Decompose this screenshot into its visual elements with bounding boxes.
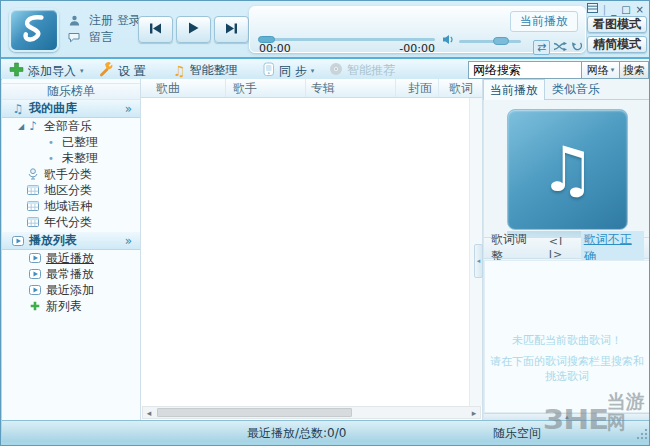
playback-info-panel: 当前播放 00:00 -00:00 ⇄	[249, 6, 586, 53]
expander-icon[interactable]: ◢	[16, 122, 26, 131]
wrench-icon	[99, 62, 114, 80]
window-menu-icon[interactable]	[587, 3, 598, 16]
search-input[interactable]	[468, 61, 582, 79]
play-mode-controls: ⇄	[533, 40, 583, 55]
close-button[interactable]: ×	[636, 4, 644, 16]
scroll-left-icon[interactable]: ◂	[143, 408, 155, 418]
lyrics-adjust-controls[interactable]: <I I>	[549, 235, 581, 261]
message-link[interactable]: 留言	[89, 29, 113, 46]
current-playing-button[interactable]: 当前播放	[510, 11, 578, 32]
sidebar-item-new-list[interactable]: 新列表	[2, 298, 140, 314]
sidebar-item-most-played[interactable]: 最常播放	[2, 266, 140, 282]
column-lyrics[interactable]: 歌词	[439, 79, 482, 97]
playlists-label: 播放列表	[29, 232, 77, 249]
recently-played-label: 最近播放	[46, 250, 94, 267]
sidebar-item-my-library[interactable]: ♫ 我的曲库 »	[2, 100, 140, 118]
main-toolbar: 添加导入 ▾ 设 置 ♫ 智能整理 同 步 ▾ 智能推荐	[1, 57, 649, 80]
play-button[interactable]	[176, 16, 211, 43]
maximize-button[interactable]: □	[621, 4, 630, 16]
app-logo[interactable]	[9, 8, 59, 52]
collapse-left-icon: ◂	[477, 257, 481, 265]
sync-label: 同 步	[279, 63, 307, 80]
smart-organize-button[interactable]: ♫ 智能整理	[173, 62, 238, 79]
sidebar-item-playlists[interactable]: 播放列表 »	[2, 232, 140, 250]
shuffle-mode-button[interactable]	[554, 41, 567, 55]
smart-organize-label: 智能整理	[190, 62, 238, 79]
playlist-icon	[28, 285, 42, 295]
add-import-label: 添加导入	[28, 63, 76, 80]
sidebar-item-region-category[interactable]: 地区分类	[2, 182, 140, 198]
device-icon	[263, 62, 275, 80]
smart-recommend-label: 智能推荐	[347, 62, 395, 79]
sidebar-item-artist-category[interactable]: 歌手分类	[2, 166, 140, 182]
panel-collapse-handle[interactable]: ◂	[474, 244, 483, 278]
sidebar-item-recently-added[interactable]: 最近添加	[2, 282, 140, 298]
add-import-button[interactable]: 添加导入 ▾	[9, 62, 84, 80]
search-scope-dropdown[interactable]: 网络 ▾	[582, 61, 620, 79]
language-category-label: 地域语种	[44, 198, 92, 215]
loop-mode-button[interactable]	[571, 41, 583, 55]
volume-handle[interactable]	[493, 37, 509, 45]
minimize-button[interactable]: _	[611, 4, 616, 16]
tab-now-playing[interactable]: 当前播放	[483, 79, 545, 100]
volume-slider[interactable]	[459, 40, 521, 43]
music-notes-icon: ♫	[173, 63, 186, 79]
table-header: 歌曲 歌手 专辑 封面 歌词	[141, 79, 482, 98]
artist-icon	[26, 168, 40, 180]
sidebar-item-era-category[interactable]: 年代分类	[2, 214, 140, 230]
lyrics-adjust-bar: 歌词调整 <I I> 歌词不正确	[484, 237, 650, 259]
next-icon	[225, 23, 238, 37]
volume-icon[interactable]	[442, 34, 455, 48]
scroll-right-icon[interactable]: ▸	[468, 408, 480, 418]
sidebar-item-language-category[interactable]: 地域语种	[2, 198, 140, 214]
sidebar-item-recently-played[interactable]: 最近播放	[2, 250, 140, 266]
library-label: 我的曲库	[29, 100, 77, 117]
column-artist[interactable]: 歌手	[226, 79, 306, 97]
picture-mode-button[interactable]: 看图模式	[587, 16, 647, 33]
suile-space-link[interactable]: 随乐空间	[493, 425, 541, 442]
sync-button[interactable]: 同 步 ▾	[263, 62, 314, 80]
sidebar-item-all-music[interactable]: ◢ ♪ 全部音乐	[2, 118, 140, 134]
lyrics-splitter[interactable]: ▴	[484, 413, 650, 420]
next-button[interactable]	[214, 16, 249, 43]
all-music-label: 全部音乐	[44, 118, 92, 135]
recent-total-status: 最近播放/总数:0/0	[247, 425, 346, 442]
register-link[interactable]: 注册	[89, 12, 113, 29]
sidebar-item-organized[interactable]: • 已整理	[2, 134, 140, 150]
album-note-icon: ♫	[540, 139, 596, 201]
resize-grip[interactable]	[636, 428, 648, 440]
status-bar: 最近播放/总数:0/0 随乐空间	[2, 420, 650, 442]
column-song[interactable]: 歌曲	[141, 79, 226, 97]
user-icon	[67, 15, 81, 26]
album-art: ♫	[507, 109, 628, 230]
compact-mode-button[interactable]: 精简模式	[587, 36, 647, 53]
transport-controls	[138, 16, 249, 43]
app-window: 注册 登录 留言 当前播放	[0, 0, 650, 446]
scrollbar-thumb[interactable]	[157, 408, 352, 417]
settings-label: 设 置	[118, 63, 146, 80]
tab-similar-music[interactable]: 类似音乐	[545, 80, 607, 100]
settings-button[interactable]: 设 置	[99, 62, 146, 80]
sidebar-item-unorganized[interactable]: • 未整理	[2, 150, 140, 166]
playlist-icon	[28, 253, 42, 263]
grid-icon	[26, 201, 40, 211]
column-album[interactable]: 专辑	[306, 79, 396, 97]
grid-icon	[26, 185, 40, 195]
splitter-up-icon: ▴	[565, 415, 569, 420]
music-note-icon: ♪	[26, 119, 40, 133]
progress-slider[interactable]	[259, 38, 435, 41]
search-button[interactable]: 搜索	[620, 61, 649, 79]
horizontal-scrollbar[interactable]: ◂ ▸	[142, 406, 481, 419]
playlist-icon	[11, 236, 25, 246]
previous-icon	[149, 23, 162, 37]
recently-added-label: 最近添加	[46, 282, 94, 299]
column-cover[interactable]: 封面	[396, 79, 439, 97]
sidebar-item-charts[interactable]: 随乐榜单	[2, 83, 140, 100]
previous-button[interactable]	[138, 16, 173, 43]
disc-icon	[329, 62, 343, 79]
chevron-double-icon: »	[125, 234, 132, 248]
no-lyrics-line2: 请在下面的歌词搜索栏里搜索和挑选歌词	[485, 354, 649, 384]
no-lyrics-line1: 未匹配当前歌曲歌词！	[485, 333, 649, 348]
repeat-mode-button[interactable]: ⇄	[533, 40, 550, 55]
sync-dropdown-icon: ▾	[311, 67, 315, 75]
